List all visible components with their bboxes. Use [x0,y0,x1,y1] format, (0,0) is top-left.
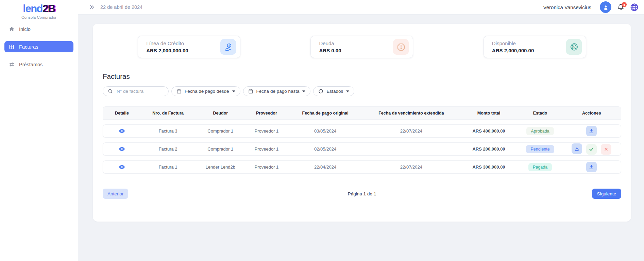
cell-debtor: Lender Lend2b [195,164,245,170]
download-invoice-button[interactable] [586,126,597,136]
calendar-icon [248,89,253,94]
column-header-fecha-de-pago-original: Fecha de pago original [288,111,363,116]
current-date: 22 de abril de 2024 [100,4,142,10]
cell-provider: Proveedor 1 [245,146,287,152]
cell-actions [562,143,621,155]
cell-total-amount: ARS 200,000.00 [459,146,518,152]
console-subtitle: Consola Comprador [0,15,78,19]
next-page-button[interactable]: Siguiente [592,189,621,199]
cell-invoice-number: Factura 1 [141,164,195,170]
sidebar-collapse-icon[interactable] [89,4,95,10]
page-info: Página 1 de 1 [348,191,376,196]
table-row: Factura 3 Comprador 1 Proveedor 1 03/05/… [103,124,621,138]
sidebar-item-prestamos[interactable]: Préstamos [4,59,73,70]
cell-detail [103,164,141,170]
eye-icon [119,165,125,169]
notifications-button[interactable]: 4 [617,4,624,11]
invoice-table-header: DetalleNro. de FacturaDeudorProveedorFec… [103,106,621,120]
table-row: Factura 2 Comprador 1 Proveedor 1 02/05/… [103,142,621,156]
download-invoice-button[interactable] [586,162,597,172]
view-detail-button[interactable] [118,128,125,134]
main-panel: Línea de Crédito ARS 2,000,000.00 $ Deud… [93,24,631,222]
user-avatar[interactable] [600,1,611,13]
download-icon [574,146,579,151]
main-column: 22 de abril de 2024 Veronica Vansevicius… [78,0,644,261]
cell-invoice-number: Factura 3 [141,128,195,134]
sidebar: lend2B Consola Comprador Inicio Facturas… [0,0,78,261]
cell-provider: Proveedor 1 [245,164,287,170]
download-icon [589,128,594,134]
column-header-monto-total: Monto total [459,111,518,116]
language-globe-icon[interactable] [630,3,639,12]
status-badge: Aprobada [526,127,554,135]
sidebar-item-label: Préstamos [19,62,43,67]
column-header-detalle: Detalle [103,111,141,116]
summary-cards: Línea de Crédito ARS 2,000,000.00 $ Deud… [103,36,621,58]
filter-label: Fecha de pago desde [185,89,229,94]
cell-original-payment-date: 03/05/2024 [288,128,363,134]
hand-coin-icon: $ [220,39,236,55]
cell-status: Pendiente [518,145,562,153]
column-header-deudor: Deudor [195,111,245,116]
content-area: Línea de Crédito ARS 2,000,000.00 $ Deud… [78,15,644,261]
status-badge: Pagada [528,163,552,171]
cell-original-payment-date: 22/04/2024 [288,164,363,170]
person-icon [603,4,609,11]
sidebar-item-inicio[interactable]: Inicio [4,23,73,35]
cell-detail [103,128,141,134]
chevron-down-icon [346,90,349,92]
filter-label: Fecha de pago hasta [256,89,300,94]
app-root: lend2B Consola Comprador Inicio Facturas… [0,0,644,261]
cell-detail [103,146,141,152]
card-value: ARS 2,000,000.00 [492,48,566,53]
invoice-table: DetalleNro. de FacturaDeudorProveedorFec… [103,106,621,174]
column-header-fecha-de-vencimiento-extendida: Fecha de vencimiento extendida [363,111,460,116]
filters-bar: Fecha de pago desde Fecha de pago hasta [103,86,621,96]
cell-provider: Proveedor 1 [245,128,287,134]
previous-page-button[interactable]: Anterior [103,189,128,199]
invoice-table-body: Factura 3 Comprador 1 Proveedor 1 03/05/… [103,124,621,174]
available-card: Disponible ARS 2,000,000.00 $ [484,36,586,58]
filter-label: Estados [326,89,343,94]
filter-states[interactable]: Estados [313,86,354,96]
download-invoice-button[interactable] [572,143,582,154]
search-input[interactable] [116,88,164,94]
alert-octagon-icon [393,39,409,55]
eye-icon [119,147,125,151]
check-icon [589,147,594,151]
filter-date-to[interactable]: Fecha de pago hasta [243,86,311,96]
invoices-grid-icon [9,44,15,50]
sidebar-item-label: Inicio [19,27,31,32]
column-header-proveedor: Proveedor [245,111,287,116]
section-title: Facturas [103,72,621,81]
column-header-nro-de-factura: Nro. de Factura [141,111,195,116]
card-label: Deuda [319,40,393,46]
x-icon [604,147,608,151]
view-detail-button[interactable] [118,146,125,152]
coins-icon: $ [566,39,582,55]
calendar-icon [176,89,182,94]
cell-total-amount: ARS 400,000.00 [459,128,518,134]
logo: lend2B [0,3,78,15]
filter-date-from[interactable]: Fecha de pago desde [171,86,240,96]
sidebar-item-facturas[interactable]: Facturas [4,41,73,52]
card-label: Línea de Crédito [146,40,220,46]
card-value: ARS 2,000,000.00 [146,48,220,53]
invoice-search[interactable] [103,86,169,96]
home-icon [9,26,15,32]
topbar: 22 de abril de 2024 Veronica Vansevicius… [78,0,644,15]
reject-invoice-button[interactable] [601,144,611,155]
card-value: ARS 0.00 [319,48,393,53]
eye-icon [119,129,125,133]
credit-line-card: Línea de Crédito ARS 2,000,000.00 $ [138,36,240,58]
status-circle-icon [318,89,323,94]
column-header-estado: Estado [518,111,562,116]
cell-status: Pagada [518,163,562,171]
debt-card: Deuda ARS 0.00 [310,36,413,58]
notification-count-badge: 4 [622,2,627,7]
approve-invoice-button[interactable] [586,144,597,155]
chevron-down-icon [232,90,235,92]
user-name: Veronica Vansevicius [543,4,591,10]
view-detail-button[interactable] [118,164,125,170]
logo-text-2b: 2B [43,3,55,15]
